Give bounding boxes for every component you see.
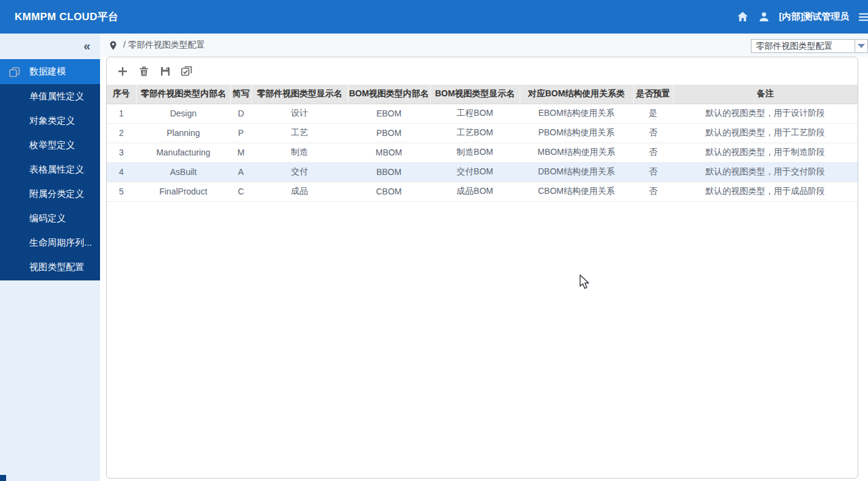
config-table: 序号零部件视图类型内部名简写零部件视图类型显示名BOM视图类型内部名BOM视图类…	[107, 85, 858, 202]
table-cell: Manufacturing	[136, 143, 231, 162]
table-cell: 默认的视图类型，用于工艺阶段	[673, 123, 858, 143]
column-header: 简写	[231, 85, 251, 104]
table-cell: MBOM结构使用关系	[520, 143, 633, 162]
table-cell: PBOM	[348, 123, 430, 143]
column-header: BOM视图类型显示名	[430, 85, 520, 104]
table-row[interactable]: 4AsBuiltA交付BBOM交付BOMDBOM结构使用关系否默认的视图类型，用…	[107, 162, 858, 182]
table-cell: 否	[633, 182, 673, 201]
header-actions: [内部]测试管理员	[736, 0, 868, 34]
table-row[interactable]: 5FinalProductC成品CBOM成品BOMCBOM结构使用关系否默认的视…	[107, 182, 858, 201]
page-selector-value[interactable]: 零部件视图类型配置	[751, 39, 855, 53]
current-user-label[interactable]: [内部]测试管理员	[779, 11, 849, 23]
table-cell: 1	[107, 104, 136, 123]
table-cell: 交付BOM	[430, 162, 520, 182]
app-header: KMMPM CLOUD平台 [内部]测试管理员	[0, 0, 868, 34]
table-cell: 默认的视图类型，用于设计阶段	[673, 104, 858, 123]
menu-icon[interactable]	[858, 11, 868, 23]
table-cell: 成品BOM	[430, 182, 520, 201]
page-selector-dropdown-button[interactable]	[855, 39, 868, 53]
table-cell: 默认的视图类型，用于交付阶段	[673, 162, 858, 182]
table-cell: 5	[107, 182, 136, 201]
sidebar-item-4[interactable]: 表格属性定义	[0, 157, 100, 182]
layers-icon	[8, 65, 21, 79]
table-cell: 4	[107, 162, 136, 182]
sidebar-item-3[interactable]: 枚举型定义	[0, 133, 100, 157]
table-cell: Planning	[136, 123, 231, 143]
location-pin-icon	[109, 40, 118, 51]
sidebar-item-5[interactable]: 附属分类定义	[0, 182, 100, 206]
batch-select-button[interactable]	[180, 65, 193, 78]
home-icon[interactable]	[736, 11, 748, 23]
table-cell: 工程BOM	[430, 104, 520, 123]
table-cell: 制造BOM	[430, 143, 520, 162]
column-header: 零部件视图类型显示名	[251, 85, 348, 104]
breadcrumb-bar: / 零部件视图类型配置 零部件视图类型配置	[100, 34, 868, 57]
column-header: 序号	[107, 85, 136, 104]
table-cell: 否	[633, 123, 673, 143]
table-cell: CBOM	[348, 182, 430, 201]
breadcrumb: / 零部件视图类型配置	[109, 34, 205, 57]
table-cell: 默认的视图类型，用于成品阶段	[673, 182, 858, 201]
sidebar-group-data-modeling[interactable]: 数据建模	[0, 59, 100, 84]
table-header: 序号零部件视图类型内部名简写零部件视图类型显示名BOM视图类型内部名BOM视图类…	[107, 85, 858, 104]
sidebar-item-8[interactable]: 视图类型配置	[0, 255, 100, 279]
table-cell: 是	[633, 104, 673, 123]
page-selector: 零部件视图类型配置	[751, 39, 868, 53]
table-cell: BBOM	[348, 162, 430, 182]
user-icon[interactable]	[758, 11, 770, 23]
table-cell: 交付	[251, 162, 348, 182]
table-cell: 否	[633, 162, 673, 182]
table-row[interactable]: 2PlanningP工艺PBOM工艺BOMPBOM结构使用关系否默认的视图类型，…	[107, 123, 858, 143]
dropdown-arrow-icon	[858, 44, 865, 48]
table-cell: FinalProduct	[136, 182, 231, 201]
delete-button[interactable]	[137, 65, 151, 78]
table-cell: MBOM	[348, 143, 430, 162]
sidebar-item-2[interactable]: 对象类定义	[0, 109, 100, 133]
toolbar	[107, 57, 858, 85]
column-header: 对应BOM结构使用关系类	[520, 85, 633, 104]
table-cell: EBOM结构使用关系	[520, 104, 633, 123]
table-cell: Design	[136, 104, 231, 123]
table-cell: 3	[107, 143, 136, 162]
table-cell: 成品	[251, 182, 348, 201]
table-cell: 2	[107, 123, 136, 143]
sidebar-group-label: 数据建模	[29, 66, 66, 77]
table-cell: DBOM结构使用关系	[520, 162, 633, 182]
table-cell: AsBuilt	[136, 162, 231, 182]
column-header: 是否预置	[633, 85, 673, 104]
table-cell: EBOM	[348, 104, 430, 123]
breadcrumb-path: / 零部件视图类型配置	[123, 40, 205, 51]
sidebar-bottom-chip	[0, 475, 6, 481]
sidebar-collapse-icon[interactable]: «	[84, 38, 90, 53]
table-cell: PBOM结构使用关系	[520, 123, 633, 143]
save-button[interactable]	[159, 65, 172, 78]
column-header: 零部件视图类型内部名	[136, 85, 231, 104]
table-cell: CBOM结构使用关系	[520, 182, 633, 201]
table-body: 1DesignD设计EBOM工程BOMEBOM结构使用关系是默认的视图类型，用于…	[107, 104, 858, 201]
sidebar-menu: 数据建模 单值属性定义对象类定义枚举型定义表格属性定义附属分类定义编码定义生命周…	[0, 59, 100, 280]
column-header: BOM视图类型内部名	[348, 85, 430, 104]
table-cell: C	[231, 182, 251, 201]
table-cell: D	[231, 104, 251, 123]
table-row[interactable]: 3ManufacturingM制造MBOM制造BOMMBOM结构使用关系否默认的…	[107, 143, 858, 162]
table-cell: 默认的视图类型，用于制造阶段	[673, 143, 858, 162]
content-card: 序号零部件视图类型内部名简写零部件视图类型显示名BOM视图类型内部名BOM视图类…	[106, 57, 858, 479]
column-header: 备注	[673, 85, 858, 104]
table-cell: 设计	[251, 104, 348, 123]
app-title: KMMPM CLOUD平台	[15, 10, 118, 24]
sidebar-item-1[interactable]: 单值属性定义	[0, 84, 100, 109]
table-row[interactable]: 1DesignD设计EBOM工程BOMEBOM结构使用关系是默认的视图类型，用于…	[107, 104, 858, 123]
sidebar-item-7[interactable]: 生命周期序列...	[0, 230, 100, 255]
sidebar-items: 单值属性定义对象类定义枚举型定义表格属性定义附属分类定义编码定义生命周期序列..…	[0, 84, 100, 279]
table-cell: M	[231, 143, 251, 162]
sidebar-item-6[interactable]: 编码定义	[0, 206, 100, 230]
sidebar: « 数据建模 单值属性定义对象类定义枚举型定义表格属性定义附属分类定义编码定义生…	[0, 34, 100, 481]
table-cell: 工艺BOM	[430, 123, 520, 143]
table-cell: P	[231, 123, 251, 143]
table-cell: 否	[633, 143, 673, 162]
table-cell: A	[231, 162, 251, 182]
table-cell: 工艺	[251, 123, 348, 143]
add-button[interactable]	[116, 65, 129, 78]
table-cell: 制造	[251, 143, 348, 162]
